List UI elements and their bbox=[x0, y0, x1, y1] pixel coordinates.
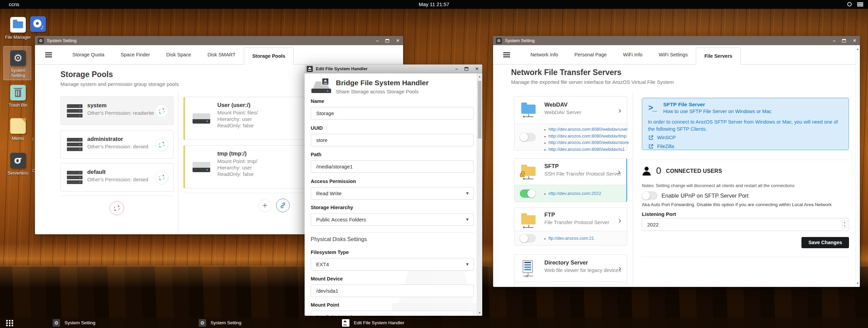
desktop-icon-memo[interactable]: Memo bbox=[3, 118, 33, 141]
refresh-pool-button[interactable] bbox=[155, 104, 168, 118]
mount-point-input[interactable] bbox=[311, 311, 474, 316]
desktop-icon-trash-bin[interactable]: Trash Bin bbox=[3, 85, 33, 108]
menu-icon[interactable] bbox=[857, 2, 863, 3]
server-card-directory[interactable]: Directory Server Web file viewer for leg… bbox=[514, 254, 627, 287]
desktop-icon-serverless[interactable]: σ Serverless bbox=[3, 153, 33, 176]
client-link-filezilla[interactable]: FileZilla bbox=[648, 144, 674, 149]
sftp-url[interactable]: sftp://dev.arozos.com:2022 bbox=[544, 190, 601, 197]
dialog-scrollbar[interactable]: ▴ ▾ bbox=[477, 73, 482, 316]
tab-wifi-settings[interactable]: WiFi Settings bbox=[651, 45, 696, 65]
desktop-icon-system-setting[interactable]: ⚙ System Setting bbox=[3, 50, 33, 78]
upnp-note: Aka Auto Port Forwarding. Disable this o… bbox=[642, 202, 832, 207]
app-grid-icon[interactable] bbox=[6, 320, 8, 322]
tab-space-finder[interactable]: Space Finder bbox=[112, 45, 158, 65]
webdav-url[interactable]: http://dev.arozos.com:8080/webdav/store bbox=[544, 140, 629, 146]
window-titlebar[interactable]: ⚙ System Setting bbox=[493, 36, 860, 45]
webdav-url[interactable]: http://dev.arozos.com:8080/webdav/is1 bbox=[544, 146, 629, 153]
listening-port-input[interactable] bbox=[642, 218, 849, 231]
desktop-icon-music[interactable]: ♪ bbox=[28, 16, 48, 32]
tab-disk-smart[interactable]: Disk SMART bbox=[199, 45, 244, 65]
desktop-icon-label: System Setting bbox=[6, 68, 30, 78]
path-input[interactable] bbox=[311, 160, 474, 173]
tab-personal-page[interactable]: Personal Page bbox=[566, 45, 615, 65]
minimize-button[interactable] bbox=[376, 36, 379, 45]
close-button[interactable] bbox=[475, 65, 479, 73]
server-card-ftp[interactable]: FTP File Transfer Protocol Server › ftp:… bbox=[514, 207, 627, 245]
taskbar: ⚙ System Setting ⚙ System Setting Edit F… bbox=[0, 317, 868, 328]
ftp-toggle[interactable] bbox=[520, 234, 536, 242]
tab-network-info[interactable]: Network Info bbox=[522, 45, 566, 65]
add-handler-button[interactable]: + bbox=[258, 199, 272, 212]
webdav-toggle[interactable] bbox=[520, 133, 536, 141]
refresh-pool-button[interactable] bbox=[155, 171, 168, 184]
ftp-url[interactable]: ftp://dev.arozos.com:21 bbox=[544, 235, 594, 242]
client-link-winscp[interactable]: WinSCP bbox=[648, 135, 676, 140]
window-scrollbar[interactable]: ▴ ▾ bbox=[855, 45, 860, 287]
window-titlebar[interactable]: ⚙ System Setting bbox=[35, 36, 403, 45]
access-permission-select[interactable]: Read Write bbox=[311, 187, 474, 200]
menu-icon[interactable] bbox=[503, 54, 510, 55]
trash-icon bbox=[10, 85, 26, 101]
eject-icon bbox=[307, 66, 313, 72]
scroll-up-icon[interactable]: ▴ bbox=[855, 47, 860, 51]
task-item-system-setting-2[interactable]: ⚙ System Setting bbox=[199, 317, 241, 328]
chevron-right-icon[interactable]: › bbox=[618, 216, 621, 225]
task-item-system-setting-1[interactable]: ⚙ System Setting bbox=[53, 317, 95, 328]
webdav-url[interactable]: http://dev.arozos.com:8080/webdav/tmp bbox=[544, 133, 629, 140]
chevron-right-icon[interactable]: › bbox=[618, 264, 621, 273]
minimize-button[interactable] bbox=[455, 65, 458, 73]
close-button[interactable] bbox=[396, 36, 400, 45]
filesystem-type-select[interactable]: EXT4 bbox=[311, 258, 474, 271]
desktop-icon-label: File Manager bbox=[3, 35, 33, 40]
server-icon bbox=[67, 138, 83, 151]
scrollbar-thumb[interactable] bbox=[478, 81, 482, 139]
tab-file-servers[interactable]: File Servers bbox=[696, 48, 741, 65]
task-label: System Setting bbox=[65, 320, 95, 325]
tab-disk-space[interactable]: Disk Space bbox=[158, 45, 199, 65]
sftp-toggle[interactable] bbox=[520, 189, 536, 198]
gear-icon: ⚙ bbox=[53, 319, 60, 327]
task-item-edit-fs-handler[interactable]: Edit File System Handler bbox=[342, 317, 404, 328]
section-heading: Physical Disks Settings bbox=[311, 236, 367, 242]
webdav-url[interactable]: http://dev.arozos.com:8080/webdav/user bbox=[544, 126, 629, 133]
menu-icon[interactable] bbox=[45, 54, 52, 55]
maximize-button[interactable] bbox=[385, 39, 389, 42]
maximize-button[interactable] bbox=[465, 67, 468, 71]
tab-wifi-info[interactable]: WiFi Info bbox=[615, 45, 651, 65]
server-card-sftp[interactable]: SFTP SSH File Transfer Protocol Server ›… bbox=[514, 158, 627, 202]
tab-storage-pools[interactable]: Storage Pools bbox=[244, 48, 294, 65]
chevron-right-icon[interactable]: › bbox=[618, 106, 621, 115]
scroll-down-icon[interactable]: ▾ bbox=[855, 281, 860, 285]
info-body: In order to connect to ArozOS SFTP Serve… bbox=[648, 119, 842, 133]
storage-pool-card-administrator[interactable]: administrator Other's Permission: denied bbox=[60, 130, 174, 159]
save-changes-button[interactable]: Save Changes bbox=[801, 237, 849, 248]
handler-readonly: ReadOnly: false bbox=[217, 123, 258, 128]
server-name: SFTP bbox=[544, 163, 621, 169]
scroll-down-icon[interactable]: ▾ bbox=[477, 311, 482, 314]
link-handler-button[interactable] bbox=[276, 199, 290, 212]
refresh-icon bbox=[158, 174, 165, 181]
number-stepper[interactable]: ▴▾ bbox=[842, 220, 847, 229]
reload-all-pools-button[interactable] bbox=[110, 201, 124, 215]
tab-storage-quota[interactable]: Storage Quota bbox=[64, 45, 112, 65]
refresh-pool-button[interactable] bbox=[155, 138, 168, 151]
scroll-up-icon[interactable]: ▴ bbox=[477, 75, 482, 78]
upnp-toggle[interactable] bbox=[642, 192, 657, 200]
refresh-icon bbox=[158, 141, 165, 148]
dialog-titlebar[interactable]: Edit File System Handler bbox=[305, 65, 482, 73]
minimize-button[interactable] bbox=[833, 36, 835, 45]
storage-pool-card-default[interactable]: default Other's Permission: denied bbox=[60, 163, 174, 192]
uuid-input[interactable] bbox=[311, 134, 474, 146]
mount-device-input[interactable] bbox=[311, 285, 474, 297]
storage-hierarchy-select[interactable]: Public Access Folders bbox=[311, 213, 474, 226]
server-desc: WebDAV Server bbox=[544, 109, 581, 115]
storage-pool-card-system[interactable]: system Other's Permission: readwrite bbox=[60, 96, 174, 125]
close-button[interactable] bbox=[853, 36, 856, 45]
handler-name: User (user:/) bbox=[217, 102, 258, 108]
chevron-right-icon[interactable]: › bbox=[617, 167, 621, 177]
maximize-button[interactable] bbox=[842, 39, 846, 42]
name-input[interactable] bbox=[311, 107, 474, 120]
server-card-webdav[interactable]: WebDAV WebDAV Server › http://dev.arozos… bbox=[514, 96, 627, 150]
power-icon[interactable] bbox=[847, 2, 852, 6]
gear-icon: ⚙ bbox=[199, 319, 206, 327]
